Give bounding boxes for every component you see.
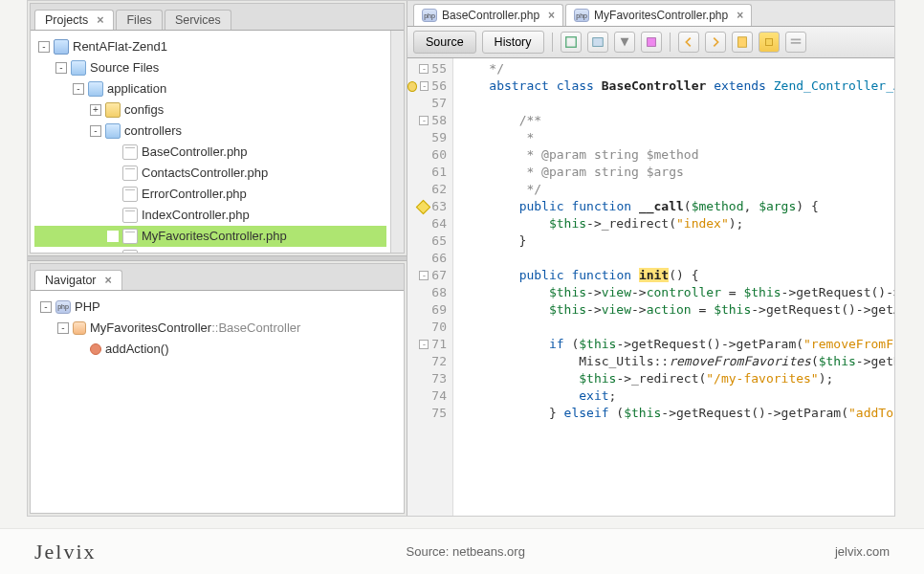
close-icon[interactable]: × [105, 274, 112, 287]
tree-configs[interactable]: +configs [34, 99, 386, 121]
code-line[interactable]: /** [459, 112, 889, 129]
close-icon[interactable]: × [97, 13, 103, 27]
ide-frame: Projects×FilesServices -RentAFlat-Zend1-… [27, 0, 895, 517]
close-icon[interactable]: × [548, 9, 555, 22]
fold-icon[interactable]: - [419, 116, 429, 125]
code-line[interactable] [459, 319, 889, 336]
code-line[interactable]: public function init() { [459, 267, 889, 284]
fold-icon[interactable]: - [420, 81, 429, 91]
nav-forward-icon[interactable] [705, 32, 726, 53]
code-line[interactable]: } [459, 232, 889, 250]
collapse-icon[interactable]: - [73, 83, 84, 95]
expand-icon[interactable]: + [90, 104, 101, 116]
tree-file[interactable]: ContactsController.php [34, 163, 386, 184]
code-line[interactable]: public function __call($method, $args) { [459, 198, 889, 215]
split-bar[interactable] [28, 255, 407, 261]
nav-php-root[interactable]: -phpPHP [36, 297, 398, 318]
code-line[interactable]: if ($this->getRequest()->getParam("remov… [459, 336, 889, 353]
collapse-icon[interactable]: - [38, 41, 50, 53]
tree-file[interactable]: PropertyController.php [34, 247, 386, 253]
code-line[interactable] [459, 95, 889, 112]
toolbar-icon-4[interactable] [641, 32, 662, 53]
tree-root[interactable]: -RentAFlat-Zend1 [34, 36, 386, 57]
nav-class[interactable]: -MyFavoritesController::BaseController [36, 318, 398, 339]
tree-file[interactable]: IndexController.php [34, 205, 386, 226]
code-line[interactable]: $this->view->action = $this->getRequest(… [459, 301, 889, 319]
collapse-icon[interactable]: - [55, 62, 67, 74]
gutter-row: -56 [407, 77, 449, 95]
project-tree[interactable]: -RentAFlat-Zend1-Source Files-applicatio… [31, 31, 390, 253]
tree-file[interactable]: BaseController.php [34, 142, 386, 163]
code-line[interactable]: */ [459, 181, 889, 198]
code-line[interactable]: } elseif ($this->getRequest()->getParam(… [459, 405, 889, 422]
tree-label: MyFavoritesController.php [142, 227, 287, 246]
gutter-row: 66 [407, 250, 449, 267]
scrollbar[interactable] [390, 31, 404, 253]
code-line[interactable]: abstract class BaseController extends Ze… [459, 77, 889, 95]
gutter-row: 74 [407, 387, 449, 405]
nav-label: MyFavoritesController::BaseController [90, 319, 300, 338]
tree-source-files[interactable]: -Source Files [34, 57, 386, 78]
pkg-icon [105, 123, 121, 139]
code-line[interactable]: $this->_redirect("index"); [459, 215, 889, 232]
nav-label: addAction() [105, 340, 168, 359]
fold-icon[interactable]: - [419, 271, 429, 280]
tree-application[interactable]: -application [34, 78, 386, 99]
toolbar-icon-1[interactable] [561, 32, 582, 53]
collapse-icon[interactable]: - [90, 125, 101, 137]
doc-icon [122, 166, 138, 181]
code-line[interactable]: exit; [459, 387, 889, 405]
tab-navigator[interactable]: Navigator × [34, 270, 122, 290]
svg-rect-4 [737, 37, 746, 48]
code-content[interactable]: */ abstract class BaseController extends… [453, 58, 894, 516]
collapse-icon[interactable]: - [40, 301, 52, 313]
gutter-row: 59 [407, 129, 449, 146]
tree-file[interactable]: ErrorController.php [34, 184, 386, 205]
collapse-icon[interactable]: - [57, 322, 69, 334]
svg-marker-2 [620, 38, 628, 47]
tree-file[interactable]: MyFavoritesController.php [34, 226, 386, 247]
code-line[interactable]: * [459, 129, 889, 146]
tab-files[interactable]: Files [116, 10, 162, 30]
fold-icon[interactable]: - [419, 64, 429, 74]
editor-tab[interactable]: phpBaseController.php× [413, 4, 563, 26]
proj-icon [54, 39, 69, 55]
editor-tab[interactable]: phpMyFavoritesController.php× [565, 4, 752, 26]
fold-icon[interactable]: - [419, 340, 429, 349]
code-editor[interactable]: -55-5657-585960616263646566-67686970-717… [407, 58, 894, 516]
tree-label: RentAFlat-Zend1 [73, 37, 167, 56]
tree-controllers[interactable]: -controllers [34, 121, 386, 142]
hint-icon[interactable] [407, 81, 417, 92]
highlight-icon[interactable] [759, 32, 780, 53]
gutter-row: 60 [407, 146, 449, 164]
code-line[interactable] [459, 250, 889, 267]
tree-label: application [107, 79, 166, 99]
history-button[interactable]: History [482, 31, 544, 54]
tab-services[interactable]: Services [165, 10, 231, 30]
code-line[interactable]: $this->view->controller = $this->getRequ… [459, 284, 889, 301]
projects-panel: Projects×FilesServices -RentAFlat-Zend1-… [30, 3, 405, 254]
code-line[interactable]: */ [459, 60, 889, 77]
class-icon [73, 321, 86, 335]
line-number: 65 [431, 232, 447, 250]
nav-bookmark-icon[interactable] [732, 32, 753, 53]
line-number: 57 [431, 95, 447, 112]
toolbar-icon-3[interactable] [614, 32, 635, 53]
code-line[interactable]: * @param string $method [459, 146, 889, 164]
brand-logo: Jelvix [34, 540, 97, 564]
code-line[interactable]: * @param string $args [459, 164, 889, 181]
tab-projects[interactable]: Projects× [34, 10, 114, 30]
toolbar-icon-2[interactable] [587, 32, 608, 53]
editor-tabs: phpBaseController.php×phpMyFavoritesCont… [407, 1, 894, 27]
close-icon[interactable]: × [737, 9, 743, 22]
toolbar-icon-more[interactable] [785, 32, 806, 53]
gutter-row: 61 [407, 164, 449, 181]
code-line[interactable]: Misc_Utils::removeFromFavorites($this->g… [459, 353, 889, 370]
nav-method[interactable]: addAction() [36, 339, 398, 360]
source-button[interactable]: Source [413, 31, 476, 54]
svg-rect-7 [790, 42, 801, 44]
code-line[interactable]: $this->_redirect("/my-favorites"); [459, 370, 889, 387]
warning-icon[interactable] [416, 199, 431, 214]
nav-back-icon[interactable] [678, 32, 699, 53]
navigator-tree[interactable]: -phpPHP-MyFavoritesController::BaseContr… [31, 291, 404, 365]
